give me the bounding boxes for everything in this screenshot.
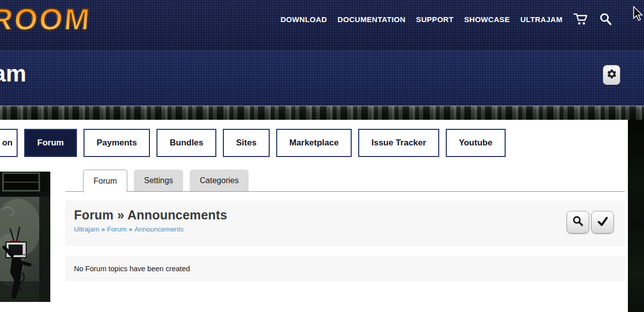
page-title: Forum » Announcements — [74, 208, 625, 222]
empty-topics-message: No Forum topics have been created — [65, 256, 625, 281]
page-background-strip — [628, 120, 644, 312]
mouse-pointer-icon — [632, 6, 643, 23]
breadcrumb-separator: » — [129, 225, 133, 233]
gear-icon — [606, 68, 617, 82]
forum-header-panel: Forum » Announcements Ultrajam»Forum»Ann… — [65, 200, 625, 246]
profile-title: am — [0, 60, 26, 87]
nav-item-ultrajam[interactable]: ULTRAJAM — [520, 15, 562, 24]
profile-header-band: am — [0, 50, 644, 106]
breadcrumb-link-announcements[interactable]: Announcements — [134, 225, 184, 233]
header-texture-strip — [0, 106, 644, 120]
breadcrumb-link-ultrajam[interactable]: Ultrajam — [74, 225, 99, 233]
main-content: on Forum Payments Bundles Sites Marketpl… — [0, 120, 644, 312]
forum-sub-tabs: Forum Settings Categories — [83, 170, 249, 192]
tab-sites[interactable]: Sites — [223, 129, 270, 157]
nav-item-support[interactable]: SUPPORT — [416, 15, 454, 24]
nav-item-documentation[interactable]: DOCUMENTATION — [338, 15, 406, 24]
search-icon[interactable] — [599, 12, 613, 26]
checkmark-icon — [596, 215, 609, 230]
tab-issue-tracker[interactable]: Issue Tracker — [358, 129, 439, 157]
tab-payments[interactable]: Payments — [84, 129, 150, 157]
nav-item-showcase[interactable]: SHOWCASE — [464, 15, 510, 24]
subtab-categories[interactable]: Categories — [190, 170, 249, 191]
forum-search-button[interactable] — [567, 211, 589, 233]
magnifier-icon — [572, 215, 585, 230]
site-logo[interactable]: ROOM — [0, 2, 93, 37]
forum-check-button[interactable] — [591, 211, 614, 233]
page: ROOM DOWNLOAD DOCUMENTATION SUPPORT SHOW… — [0, 0, 644, 312]
tab-cut-off[interactable]: on — [0, 129, 18, 157]
tab-youtube[interactable]: Youtube — [446, 129, 506, 157]
breadcrumb: Ultrajam»Forum»Announcements — [74, 225, 625, 233]
forum-action-buttons — [567, 211, 614, 233]
settings-gear-button[interactable] — [603, 65, 620, 85]
profile-image[interactable] — [0, 172, 50, 302]
subtab-forum[interactable]: Forum — [83, 170, 127, 192]
top-navigation-bar: ROOM DOWNLOAD DOCUMENTATION SUPPORT SHOW… — [0, 0, 644, 50]
breadcrumb-link-forum[interactable]: Forum — [107, 225, 127, 233]
breadcrumb-separator: » — [101, 225, 105, 233]
tab-marketplace[interactable]: Marketplace — [276, 129, 352, 157]
subtab-settings[interactable]: Settings — [134, 170, 183, 191]
nav-item-download[interactable]: DOWNLOAD — [280, 15, 327, 24]
tab-bundles[interactable]: Bundles — [156, 129, 216, 157]
top-nav: DOWNLOAD DOCUMENTATION SUPPORT SHOWCASE … — [280, 12, 613, 26]
tab-forum[interactable]: Forum — [24, 129, 77, 157]
profile-tab-row: on Forum Payments Bundles Sites Marketpl… — [0, 129, 506, 157]
cart-icon[interactable] — [573, 13, 588, 26]
